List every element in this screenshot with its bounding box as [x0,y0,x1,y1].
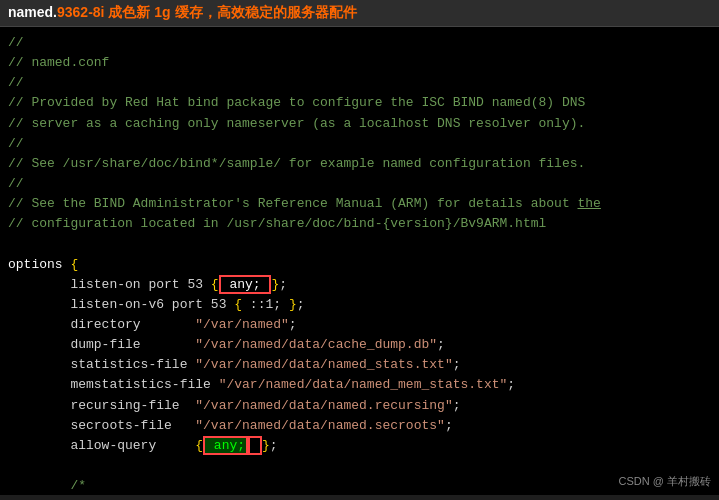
line-1: // [8,33,711,53]
line-7: // See /usr/share/doc/bind*/sample/ for … [8,154,711,174]
line-listen-on: listen-on port 53 { any; }; [8,275,711,295]
line-2: // named.conf [8,53,711,73]
line-directory: directory "/var/named"; [8,315,711,335]
line-recursing-file: recursing-file "/var/named/data/named.re… [8,396,711,416]
line-dump-file: dump-file "/var/named/data/cache_dump.db… [8,335,711,355]
title-text: named.9362-8i 成色新 1g 缓存，高效稳定的服务器配件 [8,4,357,22]
title-bar: named.9362-8i 成色新 1g 缓存，高效稳定的服务器配件 [0,0,719,27]
line-5: // server as a caching only nameserver (… [8,114,711,134]
code-content: // // named.conf // // Provided by Red H… [0,27,719,495]
line-10: // configuration located in /usr/share/d… [8,214,711,234]
line-allow-query: allow-query { any; }; [8,436,711,456]
line-9: // See the BIND Administrator's Referenc… [8,194,711,214]
line-6: // [8,134,711,154]
line-options: options { [8,255,711,275]
line-stats-file: statistics-file "/var/named/data/named_s… [8,355,711,375]
line-3: // [8,73,711,93]
line-8: // [8,174,711,194]
line-blank1 [8,234,711,254]
line-blank2 [8,456,711,476]
watermark: CSDN @ 羊村搬砖 [619,474,711,489]
line-memstats-file: memstatistics-file "/var/named/data/name… [8,375,711,395]
line-4: // Provided by Red Hat bind package to c… [8,93,711,113]
line-secroots-file: secroots-file "/var/named/data/named.sec… [8,416,711,436]
title-highlight: 9362-8i 成色新 1g 缓存，高效稳定的服务器配件 [57,4,357,20]
line-comment-open: /* [8,476,711,495]
line-listen-on-v6: listen-on-v6 port 53 { ::1; }; [8,295,711,315]
